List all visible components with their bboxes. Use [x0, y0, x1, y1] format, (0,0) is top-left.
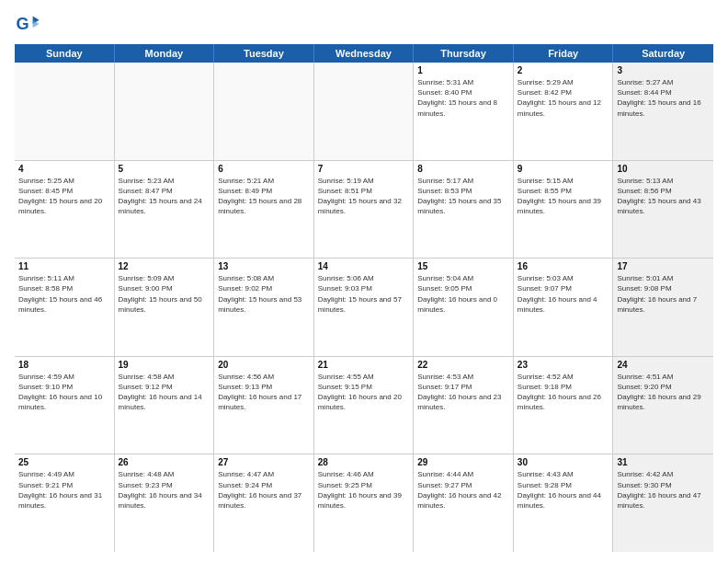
day-number: 6: [218, 164, 310, 174]
calendar-cell: 13Sunrise: 5:08 AM Sunset: 9:02 PM Dayli…: [214, 259, 314, 356]
cell-info: Sunrise: 5:04 AM Sunset: 9:05 PM Dayligh…: [417, 273, 509, 315]
svg-text:G: G: [16, 15, 28, 33]
cell-info: Sunrise: 5:27 AM Sunset: 8:44 PM Dayligh…: [617, 77, 710, 119]
day-number: 15: [417, 261, 509, 271]
calendar-cell: 15Sunrise: 5:04 AM Sunset: 9:05 PM Dayli…: [414, 259, 514, 356]
day-number: 5: [119, 164, 210, 174]
calendar-cell: 28Sunrise: 4:46 AM Sunset: 9:25 PM Dayli…: [314, 454, 415, 552]
day-header-wednesday: Wednesday: [314, 44, 415, 63]
cell-info: Sunrise: 4:42 AM Sunset: 9:30 PM Dayligh…: [617, 469, 710, 511]
cell-info: Sunrise: 5:09 AM Sunset: 9:00 PM Dayligh…: [119, 273, 210, 315]
calendar-cell: 23Sunrise: 4:52 AM Sunset: 9:18 PM Dayli…: [514, 357, 614, 454]
calendar-cell: 24Sunrise: 4:51 AM Sunset: 9:20 PM Dayli…: [613, 357, 713, 454]
day-number: 12: [119, 261, 210, 271]
cell-info: Sunrise: 5:15 AM Sunset: 8:55 PM Dayligh…: [518, 176, 609, 217]
calendar-cell: 3Sunrise: 5:27 AM Sunset: 8:44 PM Daylig…: [613, 63, 713, 160]
calendar-cell: [15, 63, 115, 160]
cell-info: Sunrise: 4:49 AM Sunset: 9:21 PM Dayligh…: [18, 469, 110, 511]
day-number: 8: [417, 164, 509, 174]
day-number: 31: [617, 457, 710, 467]
calendar-cell: 12Sunrise: 5:09 AM Sunset: 9:00 PM Dayli…: [115, 259, 215, 356]
cell-info: Sunrise: 5:19 AM Sunset: 8:51 PM Dayligh…: [318, 176, 410, 217]
calendar-body: 1Sunrise: 5:31 AM Sunset: 8:40 PM Daylig…: [15, 63, 713, 552]
calendar-row-4: 18Sunrise: 4:59 AM Sunset: 9:10 PM Dayli…: [15, 357, 713, 455]
day-number: 20: [218, 360, 310, 370]
cell-info: Sunrise: 4:43 AM Sunset: 9:28 PM Dayligh…: [518, 469, 609, 511]
day-number: 21: [318, 360, 410, 370]
calendar-cell: [115, 63, 215, 160]
day-header-thursday: Thursday: [414, 44, 514, 63]
calendar-row-2: 4Sunrise: 5:25 AM Sunset: 8:45 PM Daylig…: [15, 161, 713, 259]
calendar-cell: 19Sunrise: 4:58 AM Sunset: 9:12 PM Dayli…: [115, 357, 215, 454]
day-number: 1: [417, 65, 509, 75]
day-number: 7: [318, 164, 410, 174]
cell-info: Sunrise: 5:23 AM Sunset: 8:47 PM Dayligh…: [119, 176, 210, 217]
day-header-saturday: Saturday: [613, 44, 713, 63]
calendar-row-5: 25Sunrise: 4:49 AM Sunset: 9:21 PM Dayli…: [15, 454, 713, 552]
calendar-cell: 10Sunrise: 5:13 AM Sunset: 8:56 PM Dayli…: [613, 161, 713, 259]
calendar-cell: [214, 63, 314, 160]
day-header-friday: Friday: [514, 44, 614, 63]
cell-info: Sunrise: 4:44 AM Sunset: 9:27 PM Dayligh…: [417, 469, 509, 511]
day-number: 16: [518, 261, 609, 271]
day-number: 27: [218, 457, 310, 467]
calendar-cell: 11Sunrise: 5:11 AM Sunset: 8:58 PM Dayli…: [15, 259, 115, 356]
day-number: 14: [318, 261, 410, 271]
cell-info: Sunrise: 5:25 AM Sunset: 8:45 PM Dayligh…: [18, 176, 110, 217]
calendar-cell: 2Sunrise: 5:29 AM Sunset: 8:42 PM Daylig…: [514, 63, 614, 160]
day-number: 29: [417, 457, 509, 467]
cell-info: Sunrise: 4:55 AM Sunset: 9:15 PM Dayligh…: [318, 372, 410, 413]
day-number: 4: [18, 164, 110, 174]
calendar-cell: 30Sunrise: 4:43 AM Sunset: 9:28 PM Dayli…: [514, 454, 614, 552]
calendar-cell: 26Sunrise: 4:48 AM Sunset: 9:23 PM Dayli…: [115, 454, 215, 552]
day-header-sunday: Sunday: [15, 44, 115, 63]
cell-info: Sunrise: 4:56 AM Sunset: 9:13 PM Dayligh…: [218, 372, 310, 413]
day-number: 10: [617, 164, 710, 174]
calendar-cell: [314, 63, 415, 160]
calendar-cell: 18Sunrise: 4:59 AM Sunset: 9:10 PM Dayli…: [15, 357, 115, 454]
calendar-cell: 4Sunrise: 5:25 AM Sunset: 8:45 PM Daylig…: [15, 161, 115, 259]
calendar-cell: 6Sunrise: 5:21 AM Sunset: 8:49 PM Daylig…: [214, 161, 314, 259]
cell-info: Sunrise: 5:17 AM Sunset: 8:53 PM Dayligh…: [417, 176, 509, 217]
calendar-cell: 27Sunrise: 4:47 AM Sunset: 9:24 PM Dayli…: [214, 454, 314, 552]
cell-info: Sunrise: 5:13 AM Sunset: 8:56 PM Dayligh…: [617, 176, 710, 217]
cell-info: Sunrise: 5:31 AM Sunset: 8:40 PM Dayligh…: [417, 77, 509, 119]
day-number: 25: [18, 457, 110, 467]
page: G SundayMondayTuesdayWednesdayThursdayFr…: [0, 0, 728, 563]
calendar-row-1: 1Sunrise: 5:31 AM Sunset: 8:40 PM Daylig…: [15, 63, 713, 161]
cell-info: Sunrise: 5:29 AM Sunset: 8:42 PM Dayligh…: [518, 77, 609, 119]
logo: G: [15, 11, 44, 37]
calendar-cell: 29Sunrise: 4:44 AM Sunset: 9:27 PM Dayli…: [414, 454, 514, 552]
cell-info: Sunrise: 4:47 AM Sunset: 9:24 PM Dayligh…: [218, 469, 310, 511]
calendar-cell: 1Sunrise: 5:31 AM Sunset: 8:40 PM Daylig…: [414, 63, 514, 160]
calendar-header: SundayMondayTuesdayWednesdayThursdayFrid…: [15, 44, 713, 63]
calendar-cell: 5Sunrise: 5:23 AM Sunset: 8:47 PM Daylig…: [115, 161, 215, 259]
calendar-cell: 21Sunrise: 4:55 AM Sunset: 9:15 PM Dayli…: [314, 357, 415, 454]
calendar-cell: 17Sunrise: 5:01 AM Sunset: 9:08 PM Dayli…: [613, 259, 713, 356]
cell-info: Sunrise: 5:03 AM Sunset: 9:07 PM Dayligh…: [518, 273, 609, 315]
cell-info: Sunrise: 4:53 AM Sunset: 9:17 PM Dayligh…: [417, 372, 509, 413]
day-number: 17: [617, 261, 710, 271]
calendar: SundayMondayTuesdayWednesdayThursdayFrid…: [15, 44, 713, 552]
cell-info: Sunrise: 4:59 AM Sunset: 9:10 PM Dayligh…: [18, 372, 110, 413]
cell-info: Sunrise: 4:58 AM Sunset: 9:12 PM Dayligh…: [119, 372, 210, 413]
day-number: 19: [119, 360, 210, 370]
cell-info: Sunrise: 5:01 AM Sunset: 9:08 PM Dayligh…: [617, 273, 710, 315]
calendar-cell: 9Sunrise: 5:15 AM Sunset: 8:55 PM Daylig…: [514, 161, 614, 259]
day-number: 18: [18, 360, 110, 370]
cell-info: Sunrise: 4:51 AM Sunset: 9:20 PM Dayligh…: [617, 372, 710, 413]
calendar-cell: 25Sunrise: 4:49 AM Sunset: 9:21 PM Dayli…: [15, 454, 115, 552]
cell-info: Sunrise: 5:06 AM Sunset: 9:03 PM Dayligh…: [318, 273, 410, 315]
day-number: 11: [18, 261, 110, 271]
cell-info: Sunrise: 5:21 AM Sunset: 8:49 PM Dayligh…: [218, 176, 310, 217]
calendar-cell: 8Sunrise: 5:17 AM Sunset: 8:53 PM Daylig…: [414, 161, 514, 259]
day-header-monday: Monday: [115, 44, 215, 63]
calendar-cell: 22Sunrise: 4:53 AM Sunset: 9:17 PM Dayli…: [414, 357, 514, 454]
calendar-row-3: 11Sunrise: 5:11 AM Sunset: 8:58 PM Dayli…: [15, 259, 713, 357]
cell-info: Sunrise: 4:48 AM Sunset: 9:23 PM Dayligh…: [119, 469, 210, 511]
calendar-cell: 20Sunrise: 4:56 AM Sunset: 9:13 PM Dayli…: [214, 357, 314, 454]
day-number: 3: [617, 65, 710, 75]
day-number: 13: [218, 261, 310, 271]
cell-info: Sunrise: 4:52 AM Sunset: 9:18 PM Dayligh…: [518, 372, 609, 413]
day-number: 23: [518, 360, 609, 370]
